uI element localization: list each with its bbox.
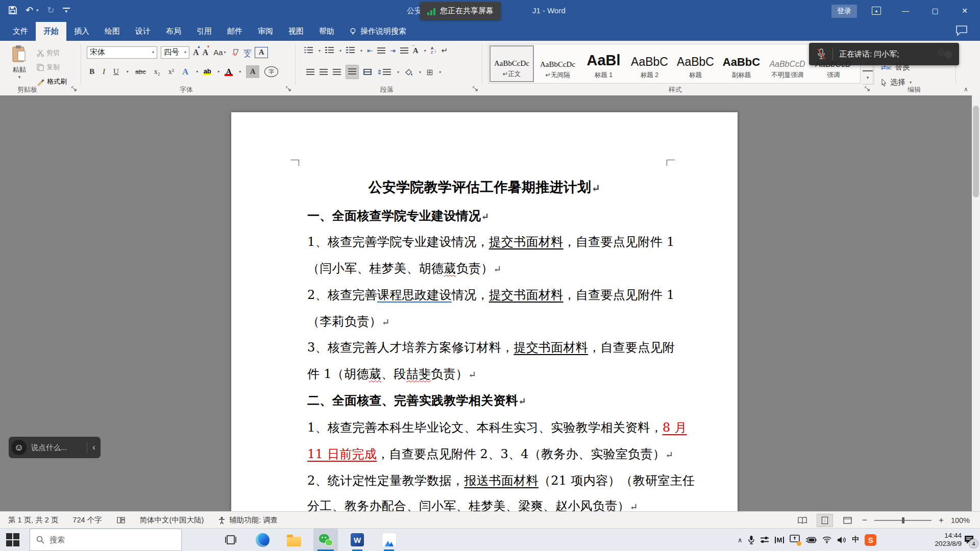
collapse-ribbon-icon[interactable]: ∧ (964, 86, 968, 93)
doc-line[interactable]: 3、核查完善人才培养方案修订材料，提交书面材料，自查要点见附 (307, 339, 665, 356)
shading-bucket-icon[interactable] (404, 68, 413, 76)
select-button[interactable]: 选择 ▾ (881, 78, 912, 87)
chat-input-placeholder[interactable]: 说点什么... (31, 443, 87, 453)
battery-icon[interactable] (805, 537, 817, 543)
chevron-down-icon[interactable]: ▾ (424, 48, 426, 53)
tab-insert[interactable]: 插入 (66, 22, 97, 41)
superscript-button[interactable]: x² (167, 65, 176, 78)
subscript-button[interactable]: x₂ (153, 65, 162, 78)
wechat-button[interactable] (313, 529, 338, 551)
tab-view[interactable]: 视图 (281, 22, 311, 41)
phonetic-guide-button[interactable]: wén 文 (244, 48, 252, 57)
doc-line[interactable]: （李莉负责）↵ (307, 313, 665, 330)
paste-button[interactable]: 粘贴 ▾ (5, 45, 34, 80)
enclose-characters-button[interactable]: 字 (264, 66, 278, 77)
doc-line[interactable]: 2、核查完善课程思政建设情况，提交书面材料，自查要点见附件 1 (307, 287, 665, 303)
format-painter-button[interactable]: 格式刷 (37, 76, 67, 88)
character-shading-button[interactable]: A (246, 65, 259, 78)
font-size-combo[interactable]: 四号▾ (161, 46, 189, 59)
undo-dropdown-icon[interactable]: ▾ (36, 8, 39, 13)
font-color-button[interactable]: A (225, 68, 233, 76)
minimize-button[interactable]: — (897, 4, 914, 17)
show-paragraph-marks-button[interactable]: ↵ (442, 46, 448, 55)
clear-formatting-icon[interactable] (231, 48, 240, 57)
zoom-level[interactable]: 100% (951, 516, 970, 524)
styles-dialog-launcher[interactable] (865, 86, 870, 92)
justify-button[interactable] (346, 65, 358, 79)
doc-heading-1[interactable]: 一、全面核查学院专业建设情况↵ (307, 208, 665, 224)
borders-button[interactable]: ⊞ (426, 67, 433, 77)
style-heading1[interactable]: AaBl标题 1 (581, 45, 626, 82)
zoom-out-button[interactable]: − (862, 515, 867, 525)
save-icon[interactable] (8, 6, 17, 15)
taskbar-search[interactable]: 搜索 (30, 529, 182, 551)
tab-home[interactable]: 开始 (36, 22, 66, 41)
notification-center-button[interactable]: 4 (964, 535, 974, 546)
page-indicator[interactable]: 第 1 页, 共 2 页 (8, 515, 58, 525)
volume-mixer-icon[interactable] (760, 536, 769, 543)
chevron-down-icon[interactable]: ▾ (239, 69, 241, 74)
taskbar-clock[interactable]: 14:44 2023/8/9 (922, 532, 962, 548)
doc-line[interactable]: 11 日前完成，自查要点见附件 2、3、4（教务办、实验室负责）↵ (307, 446, 665, 462)
grow-font-button[interactable]: A▴ (193, 48, 199, 57)
tab-help[interactable]: 帮助 (311, 22, 342, 41)
doc-line[interactable]: 1、核查完善本科生毕业论文、本科生实习、实验教学相关资料，8 月 (307, 419, 665, 436)
doc-line[interactable]: 1、核查完善学院专业建设情况，提交书面材料，自查要点见附件 1 (307, 234, 665, 250)
file-explorer-button[interactable] (282, 529, 306, 551)
font-name-combo[interactable]: 宋体▾ (87, 46, 157, 59)
m-tray-icon[interactable]: M (775, 537, 785, 543)
tab-draw[interactable]: 绘图 (97, 22, 128, 41)
doc-line[interactable]: （闫小军、桂梦美、胡德葳负责）↵ (307, 260, 665, 277)
bullet-list-button[interactable] (304, 46, 313, 55)
numbered-list-button[interactable] (325, 46, 334, 55)
chevron-down-icon[interactable]: ▾ (360, 48, 362, 53)
character-scaling-button[interactable]: A↔ (413, 46, 419, 55)
undo-icon[interactable]: ↶ (26, 5, 33, 16)
word-count[interactable]: 724 个字 (72, 515, 102, 525)
tab-file[interactable]: 文件 (5, 22, 36, 41)
style-subtitle[interactable]: AaBbC副标题 (719, 45, 764, 82)
multilevel-list-button[interactable] (346, 46, 355, 55)
web-layout-button[interactable] (840, 514, 855, 527)
style-no-spacing[interactable]: AaBbCcDc↵无间隔 (535, 45, 580, 82)
underline-button[interactable]: U (112, 65, 120, 78)
sort-button[interactable]: AZ↓ (431, 46, 437, 55)
bold-button[interactable]: B (88, 65, 96, 78)
speaker-icon[interactable] (837, 536, 846, 544)
highlight-color-button[interactable]: ab (203, 68, 211, 76)
signin-button[interactable]: 登录 (831, 5, 857, 18)
edge-browser-button[interactable] (250, 529, 275, 551)
ribbon-display-options-button[interactable]: ▴ (868, 4, 885, 17)
collapse-chat-icon[interactable]: ‹ (87, 443, 101, 452)
zoom-slider[interactable] (874, 520, 932, 521)
decrease-indent-icon[interactable]: ⇤ (367, 47, 373, 55)
vertical-scrollbar[interactable] (972, 95, 980, 511)
screen-share-tray-icon[interactable] (790, 535, 800, 545)
style-title[interactable]: AaBbC标题 (673, 45, 718, 82)
sogou-input-icon[interactable]: S (865, 534, 876, 546)
comments-icon[interactable] (955, 25, 968, 36)
chevron-down-icon[interactable]: ▾ (439, 70, 441, 74)
doc-title-line[interactable]: 公安学院教学评估工作暑期推进计划↵ (231, 178, 738, 196)
text-effects-button[interactable]: A (181, 65, 190, 78)
tab-design[interactable]: 设计 (128, 22, 158, 41)
tell-me-search[interactable]: 操作说明搜索 (342, 22, 413, 41)
print-layout-button[interactable] (817, 514, 832, 527)
copy-button[interactable]: 复制 (37, 61, 60, 73)
tray-expand-icon[interactable]: ∧ (738, 536, 743, 544)
chevron-down-icon[interactable]: ▾ (339, 48, 341, 53)
doc-line[interactable]: 2、统计定性定量教学数据，报送书面材料（21 项内容）（教研室主任 (307, 472, 665, 489)
shrink-font-button[interactable]: A▾ (203, 48, 209, 57)
scrollbar-thumb[interactable] (973, 106, 979, 197)
align-right-button[interactable] (333, 69, 341, 75)
styles-more-icon[interactable]: ▾ (863, 70, 873, 84)
increase-indent-icon[interactable]: ⇥ (390, 47, 396, 55)
wifi-icon[interactable] (822, 536, 831, 543)
emoji-icon[interactable]: ☺ (11, 440, 27, 455)
style-subtle-emphasis[interactable]: AaBbCcD不明显强调 (765, 45, 810, 82)
doc-line[interactable]: 分工、教务办配合、闫小军、桂梦美、梁爽、赵小风负责）↵ (307, 498, 665, 511)
cut-button[interactable]: 剪切 (37, 47, 60, 59)
doc-heading-2[interactable]: 二、全面核查、完善实践教学相关资料↵ (307, 392, 665, 409)
task-view-button[interactable] (218, 529, 243, 551)
chevron-down-icon[interactable]: ▾ (318, 48, 321, 53)
